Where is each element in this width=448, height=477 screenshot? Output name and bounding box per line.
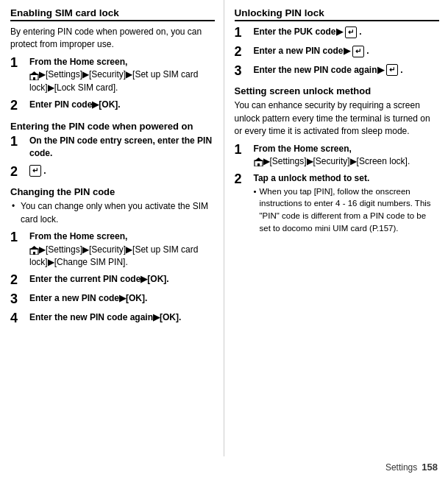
unlocking-pin-step3: 3 Enter the new PIN code again▶ ↵ . [235, 64, 440, 79]
screen-unlock-step1-text: From the Home screen, ▶[Settings]▶[Secur… [254, 143, 440, 169]
svg-marker-1 [30, 71, 39, 75]
step-number-2: 2 [10, 99, 25, 113]
changing-pin-step1-text: From the Home screen, ▶[Settings]▶[Secur… [29, 230, 215, 269]
screen-unlock-step1: 1 From the Home screen, ▶[Settings]▶[Sec… [235, 143, 440, 169]
enter-icon: ↵ [29, 165, 41, 177]
changing-pin-step2-text: Enter the current PIN code▶[OK]. [29, 273, 215, 286]
step-number-2c: 2 [10, 273, 25, 288]
svg-rect-5 [33, 252, 35, 255]
enabling-sim-title: Enabling SIM card lock [10, 7, 215, 21]
changing-pin-bullet: You can change only when you activate th… [10, 200, 215, 226]
screen-unlock-intro: You can enhance security by requiring a … [235, 99, 440, 138]
screen-unlock-title: Setting screen unlock method [235, 85, 440, 96]
enter-icon4: ↵ [386, 64, 398, 76]
changing-pin-step3: 3 Enter a new PIN code▶[OK]. [10, 292, 215, 307]
enabling-sim-step2-text: Enter PIN code▶[OK]. [29, 99, 215, 111]
home-icon [29, 71, 39, 80]
enter-icon3: ↵ [352, 46, 364, 57]
changing-pin-step3-text: Enter a new PIN code▶[OK]. [29, 292, 215, 305]
page-footer: Settings 158 [385, 462, 438, 473]
step-number-1d: 1 [235, 26, 249, 40]
unlocking-pin-title: Unlocking PIN lock [235, 7, 440, 21]
svg-rect-2 [33, 77, 35, 80]
entering-pin-step2: 2 ↵ . [10, 165, 215, 180]
screen-unlock-step2: 2 Tap a unlock method to set. • When you… [235, 172, 440, 235]
home-icon2 [29, 245, 39, 255]
screen-unlock-step2-text: Tap a unlock method to set. • When you t… [254, 172, 440, 235]
unlocking-pin-step2-text: Enter a new PIN code▶ ↵ . [254, 45, 440, 57]
changing-pin-step1: 1 From the Home screen, ▶[Settings]▶[Sec… [10, 230, 215, 269]
step-number-2d: 2 [235, 45, 249, 60]
enter-icon2: ↵ [345, 26, 357, 38]
entering-pin-title: Entering the PIN code when powered on [10, 121, 215, 132]
step-number-1b: 1 [10, 135, 25, 149]
step-number-2b: 2 [10, 165, 25, 180]
changing-pin-step2: 2 Enter the current PIN code▶[OK]. [10, 273, 215, 288]
unlocking-pin-step3-text: Enter the new PIN code again▶ ↵ . [254, 64, 440, 77]
step-number-3d: 3 [235, 64, 249, 79]
home-icon3 [254, 157, 263, 166]
unlocking-pin-step2: 2 Enter a new PIN code▶ ↵ . [235, 45, 440, 60]
unlocking-pin-step1: 1 Enter the PUK code▶ ↵ . [235, 26, 440, 40]
right-column: Unlocking PIN lock 1 Enter the PUK code▶… [224, 0, 449, 456]
svg-marker-4 [30, 246, 39, 250]
left-column: Enabling SIM card lock By entering PIN c… [0, 0, 224, 456]
footer-page-number: 158 [422, 462, 438, 473]
step-number-4c: 4 [10, 311, 25, 326]
enabling-sim-step2: 2 Enter PIN code▶[OK]. [10, 99, 215, 113]
step-number-1: 1 [10, 56, 25, 71]
changing-pin-step4: 4 Enter the new PIN code again▶[OK]. [10, 311, 215, 326]
enabling-sim-step1-text: From the Home screen, ▶[Settings]▶[Secur… [29, 56, 215, 94]
changing-pin-step4-text: Enter the new PIN code again▶[OK]. [29, 311, 215, 324]
entering-pin-step2-text: ↵ . [29, 165, 215, 177]
step-number-3c: 3 [10, 292, 25, 307]
entering-pin-step1: 1 On the PIN code entry screen, enter th… [10, 135, 215, 160]
footer-settings-label: Settings [385, 462, 417, 473]
svg-marker-7 [254, 158, 263, 161]
step-number-1e: 1 [235, 143, 249, 158]
entering-pin-step1-text: On the PIN code entry screen, enter the … [29, 135, 215, 160]
svg-rect-8 [257, 163, 260, 166]
step-number-1c: 1 [10, 230, 25, 245]
screen-unlock-bullet: When you tap [PIN], follow the onscreen … [260, 187, 431, 233]
unlocking-pin-step1-text: Enter the PUK code▶ ↵ . [254, 26, 440, 38]
enabling-sim-intro: By entering PIN code when powered on, yo… [10, 26, 215, 52]
step-number-2e: 2 [235, 172, 249, 187]
enabling-sim-step1: 1 From the Home screen, ▶[Settings]▶[Sec… [10, 56, 215, 94]
changing-pin-title: Changing the PIN code [10, 186, 215, 197]
